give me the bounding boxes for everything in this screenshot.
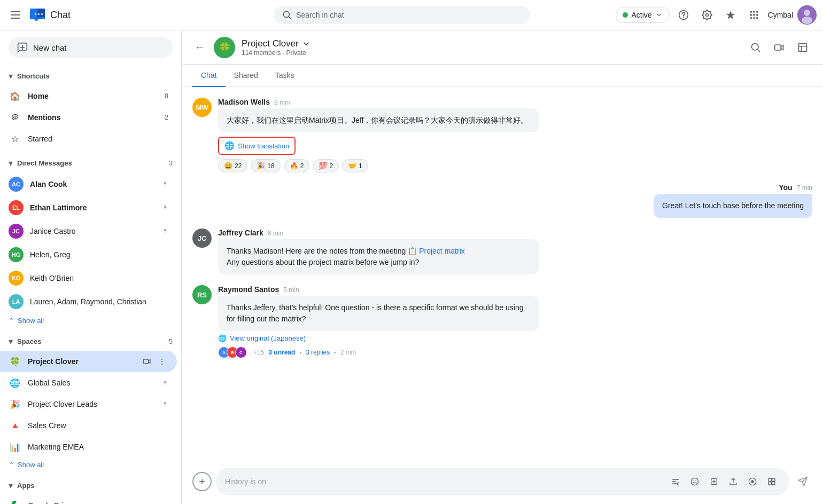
project-clover-video-icon[interactable]: [141, 355, 153, 368]
sidebar-item-mentions[interactable]: ＠ Mentions 2: [0, 107, 177, 128]
dm-show-all[interactable]: ⌃ Show all: [0, 313, 181, 328]
google-drive-label: Google Drive: [28, 501, 168, 504]
upload-button[interactable]: [725, 474, 741, 490]
search-icon: [282, 10, 292, 20]
hamburger-icon: [11, 11, 20, 19]
apps-header[interactable]: ▾ Apps: [0, 476, 181, 495]
project-clover-leads-icon: 🎉: [9, 398, 21, 411]
mentions-label: Mentions: [28, 113, 160, 122]
dm-arrow-icon: ▾: [9, 158, 13, 168]
space-global-sales[interactable]: 🌐 Global Sales 🖈: [0, 372, 177, 393]
dm-keith-obrien[interactable]: KO Keith O'Brien: [0, 266, 177, 290]
app-google-drive[interactable]: Google Drive: [0, 495, 177, 504]
svg-point-24: [751, 480, 754, 483]
grid-icon: [749, 10, 759, 20]
reaction-laugh-emoji: 😄: [224, 162, 232, 170]
app-logo[interactable]: Chat: [29, 6, 71, 23]
space-project-clover-leads[interactable]: 🎉 Project Clover Leads 🖈: [0, 393, 177, 415]
dm-alan-cook[interactable]: AC Alan Cook 🖈: [0, 172, 177, 196]
hamburger-menu[interactable]: [6, 7, 25, 23]
svg-rect-4: [753, 11, 755, 13]
messages-area: MW Madison Wells 8 min 大家好，我们在这里启动Matrix…: [182, 87, 823, 461]
reaction-handshake-count: 1: [359, 162, 362, 170]
reaction-fire-count: 2: [300, 162, 304, 170]
channel-name[interactable]: Project Clover: [242, 38, 740, 49]
self-text: Great! Let's touch base before the meeti…: [662, 201, 804, 210]
sidebar-item-starred[interactable]: ☆ Starred: [0, 128, 177, 149]
raymond-santos-header: Raymond Santos 5 min: [218, 285, 560, 294]
input-area: + History is on: [182, 461, 823, 504]
channel-search-button[interactable]: [746, 38, 765, 57]
send-button[interactable]: [793, 472, 812, 491]
reaction-fire[interactable]: 🔥 2: [284, 159, 310, 172]
reaction-100[interactable]: 💯 2: [313, 159, 339, 172]
spark-button[interactable]: [721, 5, 740, 25]
self-time: 7 min: [797, 184, 812, 192]
space-project-clover[interactable]: 🍀 Project Clover ⋮: [0, 351, 177, 372]
spaces-show-all[interactable]: ⌃ Show all: [0, 458, 181, 472]
thread-time: 2 min: [340, 349, 356, 356]
svg-point-2: [683, 17, 684, 18]
madison-wells-text: 大家好，我们在这里启动Matrix项目。Jeff，你有会议记录吗？大家今天的演示…: [227, 116, 528, 124]
format-text-button[interactable]: [667, 474, 684, 490]
ethan-lattimore-avatar: EL: [9, 200, 24, 215]
reaction-party-emoji: 🎉: [257, 162, 265, 170]
channel-name-chevron-icon: [302, 40, 310, 48]
view-original-link[interactable]: 🌐 View original (Japanese): [218, 334, 560, 342]
thread-replies[interactable]: 3 replies: [306, 349, 330, 356]
tab-shared[interactable]: Shared: [226, 65, 267, 87]
shortcuts-arrow-icon: ▾: [9, 71, 13, 81]
shortcuts-header[interactable]: ▾ Shortcuts: [0, 67, 181, 85]
channel-tasks-button[interactable]: [793, 38, 812, 57]
sidebar-item-home[interactable]: 🏠 Home 8: [0, 85, 177, 107]
jeffrey-clark-text-after: Any questions about the project matrix b…: [227, 258, 419, 266]
reaction-handshake[interactable]: 🤝 1: [342, 159, 368, 172]
dm-show-all-label: Show all: [18, 317, 44, 325]
add-button[interactable]: +: [192, 472, 212, 491]
reaction-laugh[interactable]: 😄 22: [218, 159, 247, 172]
back-button[interactable]: ←: [192, 39, 207, 56]
help-button[interactable]: [674, 5, 693, 25]
svg-rect-28: [772, 482, 775, 485]
thread-avatars: A B C: [218, 346, 244, 358]
dm-group[interactable]: LA Lauren, Adam, Raymond, Christian: [0, 290, 177, 313]
attach-button[interactable]: [706, 474, 722, 490]
reaction-party[interactable]: 🎉 18: [251, 159, 280, 172]
svg-rect-9: [750, 17, 751, 19]
channel-name-text: Project Clover: [242, 38, 299, 49]
show-translation-button[interactable]: 🌐 Show translation: [218, 137, 296, 155]
channel-video-button[interactable]: [770, 38, 789, 57]
more-button[interactable]: [764, 474, 780, 490]
space-marketing-emea[interactable]: 📊 Marketing EMEA: [0, 436, 177, 458]
dm-ethan-lattimore[interactable]: EL Ethan Lattimore 🖈: [0, 196, 177, 219]
dm-header[interactable]: ▾ Direct Messages 3: [0, 154, 181, 172]
project-clover-more-icon[interactable]: ⋮: [156, 355, 168, 368]
alan-cook-label: Alan Cook: [30, 180, 160, 188]
channel-header: ← 🍀 Project Clover 114 members · Private: [182, 30, 823, 65]
thread-info: A B C +15 3 unread • 3 replies • 2 min: [218, 346, 560, 358]
reaction-fire-emoji: 🔥: [290, 162, 298, 170]
helen-greg-avatar: HG: [9, 247, 24, 262]
thread-avatar-3: C: [235, 346, 247, 358]
record-button[interactable]: [744, 474, 760, 490]
project-matrix-link[interactable]: 📋 Project matrix: [408, 246, 464, 257]
grid-button[interactable]: [744, 5, 764, 25]
search-box[interactable]: Search in chat: [274, 6, 530, 24]
topbar: Chat Search in chat Active: [0, 0, 823, 30]
dm-janice-castro[interactable]: JC Janice Castro 🖈: [0, 219, 177, 243]
new-chat-icon: [17, 42, 28, 53]
cymbal-label[interactable]: Cymbal: [768, 11, 793, 19]
emoji-button[interactable]: [687, 474, 703, 490]
settings-button[interactable]: [697, 5, 717, 25]
status-pill[interactable]: Active: [616, 7, 669, 23]
tab-chat[interactable]: Chat: [192, 65, 226, 87]
svg-rect-10: [753, 17, 755, 19]
raymond-santos-bubble: Thanks Jeffery, that's helpful! One ques…: [218, 296, 539, 331]
spaces-header[interactable]: ▾ Spaces 5: [0, 332, 181, 351]
new-chat-button[interactable]: New chat: [9, 37, 173, 58]
tab-tasks[interactable]: Tasks: [267, 65, 303, 87]
user-avatar[interactable]: [797, 5, 817, 25]
space-sales-crew[interactable]: 🔺 Sales Crew: [0, 415, 177, 436]
message-input-box[interactable]: History is on: [216, 468, 789, 495]
dm-helen-greg[interactable]: HG Helen, Greg: [0, 243, 177, 266]
